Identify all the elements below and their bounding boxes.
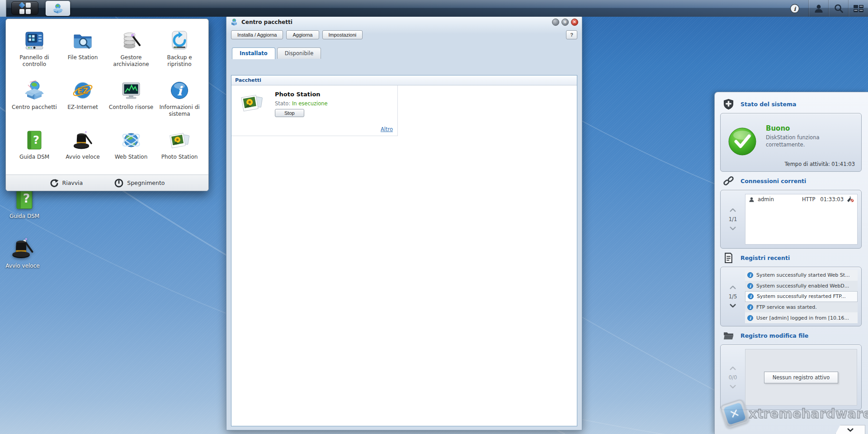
restart-icon — [50, 179, 59, 188]
page-up-icon[interactable] — [730, 286, 736, 289]
photo-station-icon — [169, 129, 190, 151]
status-value: In esecuzione — [292, 100, 328, 107]
log-row[interactable]: i System successfully started Web St... — [745, 270, 858, 281]
tab-installed[interactable]: Installato — [232, 47, 275, 59]
app-ez-internet[interactable]: EZ EZ-Internet — [59, 76, 107, 126]
backup-restore-icon — [169, 30, 190, 52]
info-icon: i — [747, 272, 753, 278]
web-station-icon — [120, 129, 142, 151]
file-station-icon — [72, 30, 94, 52]
logs-pager: 1/5 — [721, 267, 745, 326]
app-quick-start[interactable]: Avvio veloce — [59, 126, 107, 175]
maximize-button[interactable]: + — [561, 19, 569, 26]
log-text: System successfully restarted FTP... — [757, 293, 846, 299]
app-resource-monitor[interactable]: Controllo risorse — [107, 76, 155, 126]
app-label: Photo Station — [161, 154, 198, 160]
disconnect-icon[interactable] — [847, 196, 854, 203]
system-status-card: Buono DiskStation funziona correttamente… — [720, 113, 862, 172]
info-icon: i — [748, 293, 754, 299]
app-storage-manager[interactable]: Gestore archiviazione — [107, 26, 155, 76]
link-icon — [723, 175, 734, 187]
recent-logs-header: Registri recenti — [720, 249, 862, 267]
shutdown-icon — [114, 179, 123, 188]
app-photo-station[interactable]: Photo Station — [156, 126, 203, 175]
folder-icon — [723, 330, 734, 341]
panel-collapse-tab[interactable] — [835, 425, 865, 434]
app-grid: Pannello di controllo File Station Gest — [6, 19, 208, 175]
package-list-area: Pacchetti Photo Station Stato: In esecuz… — [231, 75, 577, 426]
shutdown-button[interactable]: Spegnimento — [114, 179, 165, 188]
window-title-bar[interactable]: Centro pacchetti + ✕ — [226, 16, 582, 28]
page-up-icon[interactable] — [730, 208, 736, 212]
more-link[interactable]: Altro — [381, 126, 393, 132]
desktop-icon-quick-start[interactable]: Avvio veloce — [2, 236, 43, 269]
connection-row[interactable]: admin HTTP 01:33:03 — [745, 194, 857, 204]
close-button[interactable]: ✕ — [571, 19, 578, 26]
uptime-text: Tempo di attività: 01:41:03 — [785, 161, 855, 167]
file-log-pager: 0/0 — [721, 345, 745, 410]
pager-count: 1/5 — [729, 293, 737, 300]
settings-button[interactable]: Impostazioni — [322, 30, 363, 39]
package-center-icon — [24, 80, 45, 101]
app-backup-restore[interactable]: Backup e ripristino — [156, 26, 203, 76]
taskbar-package-center-button[interactable] — [46, 1, 70, 16]
tab-strip: Installato Disponibile — [226, 47, 582, 59]
file-change-log-card: 0/0 Nessun registro attivo — [720, 344, 862, 410]
restart-label: Riavvia — [62, 179, 83, 186]
restart-button[interactable]: Riavvia — [50, 179, 83, 188]
top-bar-left-tab[interactable] — [0, 0, 6, 17]
app-control-panel[interactable]: Pannello di controllo — [10, 26, 58, 76]
info-button[interactable]: i — [785, 0, 805, 17]
install-update-button[interactable]: Installa / Aggiorna — [231, 30, 283, 39]
window-toolbar: Installa / Aggiorna Aggiorna Impostazion… — [226, 28, 582, 42]
file-change-log-header: Registro modifica file — [720, 326, 862, 344]
app-label: Controllo risorse — [109, 104, 153, 111]
log-row[interactable]: i FTP service was started. — [745, 302, 858, 313]
resource-monitor-icon — [120, 80, 142, 101]
log-row[interactable]: i System successfully restarted FTP... — [745, 291, 858, 302]
log-row[interactable]: i User [admin] logged in from [10.16... — [745, 312, 858, 323]
app-system-info[interactable]: i Informazioni di sistema — [156, 76, 203, 126]
section-title: Registro modifica file — [741, 332, 808, 339]
control-panel-icon — [24, 30, 45, 52]
pager-count: 0/0 — [729, 374, 737, 381]
system-status-header: Stato del sistema — [720, 95, 862, 113]
log-row[interactable]: i System successfully enabled WebD... — [745, 281, 858, 292]
user-icon — [749, 197, 755, 203]
page-down-icon[interactable] — [730, 226, 736, 230]
log-text: User [admin] logged in from [10.16... — [756, 315, 849, 321]
tab-available[interactable]: Disponibile — [277, 47, 321, 59]
recent-logs-card: 1/5 i System successfully started Web St… — [720, 267, 862, 326]
main-menu-button[interactable] — [11, 1, 38, 15]
connection-time: 01:33:03 — [820, 196, 844, 203]
no-active-log-message[interactable]: Nessun registro attivo — [764, 372, 839, 383]
app-label: File Station — [68, 54, 98, 61]
package-card-photo-station[interactable]: Photo Station Stato: In esecuzione Stop … — [231, 85, 398, 136]
package-status: Stato: In esecuzione — [275, 100, 328, 107]
app-file-station[interactable]: File Station — [59, 26, 107, 76]
svg-text:?: ? — [23, 191, 30, 205]
app-dsm-help[interactable]: ? Guida DSM — [10, 126, 58, 175]
window-title: Centro pacchetti — [241, 19, 549, 25]
package-name: Photo Station — [275, 91, 321, 98]
app-label: Centro pacchetti — [12, 104, 57, 111]
help-button[interactable]: ? — [566, 30, 577, 39]
storage-manager-icon — [120, 30, 142, 52]
package-center-window: Centro pacchetti + ✕ Installa / Aggiorna… — [226, 15, 582, 430]
search-icon — [834, 4, 844, 14]
refresh-button[interactable]: Aggiorna — [286, 30, 319, 39]
stop-button[interactable]: Stop — [275, 109, 304, 117]
file-log-empty-area: Nessun registro attivo — [745, 349, 857, 406]
minimize-button[interactable] — [552, 19, 559, 26]
page-down-icon[interactable] — [730, 304, 736, 307]
status-value: Buono — [766, 124, 790, 132]
connections-header: Connessioni correnti — [720, 172, 862, 190]
search-button[interactable] — [828, 0, 848, 17]
pilot-view-button[interactable] — [848, 0, 868, 17]
chevron-down-icon — [847, 428, 854, 432]
page-up-icon — [730, 367, 736, 370]
info-icon: i — [747, 283, 753, 289]
app-web-station[interactable]: Web Station — [107, 126, 155, 175]
user-menu-button[interactable] — [808, 0, 828, 17]
app-package-center[interactable]: Centro pacchetti — [10, 76, 58, 126]
